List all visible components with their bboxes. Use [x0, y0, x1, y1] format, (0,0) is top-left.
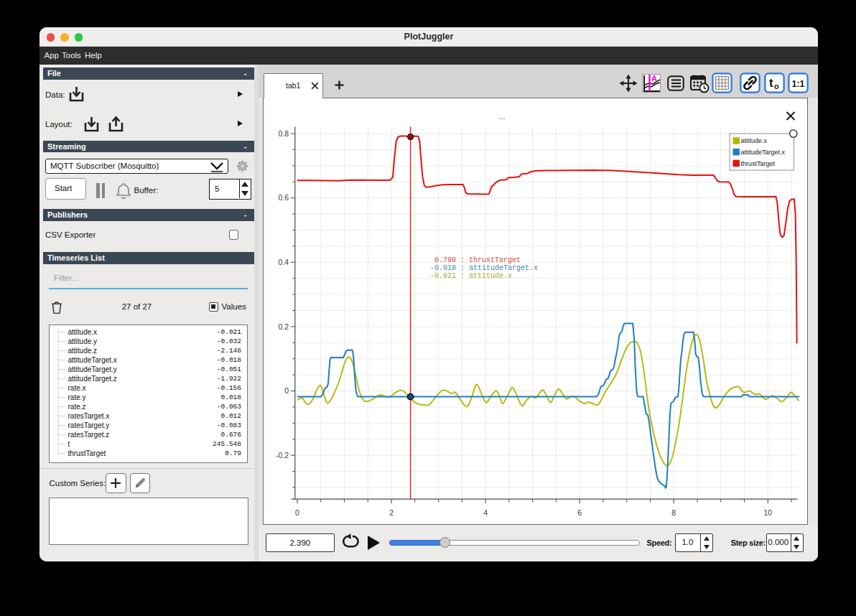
svg-text:0.2: 0.2	[278, 322, 289, 330]
svg-text:attitudeTarget.x: attitudeTarget.x	[741, 149, 786, 156]
svg-text:2: 2	[389, 508, 394, 516]
svg-text:-0.2: -0.2	[276, 450, 289, 459]
svg-text:4: 4	[483, 508, 488, 516]
svg-text:1:1: 1:1	[791, 79, 804, 89]
svg-text:0: 0	[295, 508, 299, 516]
svg-text:0.4: 0.4	[278, 258, 289, 266]
svg-text:o: o	[774, 82, 779, 90]
svg-text:A: A	[651, 74, 657, 83]
svg-text:6: 6	[577, 508, 582, 516]
svg-text:attitude.x: attitude.x	[741, 137, 768, 144]
svg-text:10: 10	[763, 508, 772, 516]
svg-text:8: 8	[671, 508, 676, 516]
svg-text:0.790 : thrustTarget: 0.790 : thrustTarget	[430, 256, 521, 264]
svg-text:...: ...	[498, 111, 505, 120]
svg-text:thrustTarget: thrustTarget	[741, 159, 776, 167]
svg-text:0: 0	[284, 386, 289, 395]
svg-text:0.8: 0.8	[278, 129, 289, 137]
svg-text:t: t	[769, 76, 773, 90]
svg-text:-0.021 : attitude.x: -0.021 : attitude.x	[430, 272, 512, 280]
svg-text:-0.018 : attitudeTarget.x: -0.018 : attitudeTarget.x	[430, 264, 538, 272]
svg-text:0.6: 0.6	[278, 193, 289, 202]
